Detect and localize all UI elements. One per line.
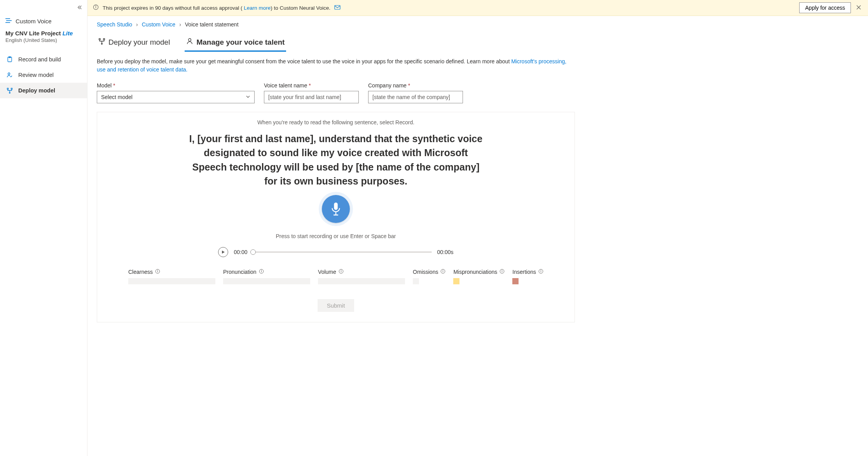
info-icon[interactable] xyxy=(259,269,264,275)
time-total: 00:00s xyxy=(437,249,454,255)
metric-mispronunciations: Mispronunciations xyxy=(453,269,505,284)
talent-label: Voice talent name * xyxy=(264,82,359,89)
talent-field: Voice talent name * xyxy=(264,82,359,103)
record-hint: Press to start recording or use Enter or… xyxy=(276,233,396,239)
svg-rect-16 xyxy=(103,38,105,40)
tabs: Deploy your model Manage your voice tale… xyxy=(97,35,859,52)
svg-point-17 xyxy=(101,43,103,44)
svg-point-34 xyxy=(502,270,502,270)
clipboard-icon xyxy=(7,56,14,63)
svg-rect-7 xyxy=(11,88,12,89)
sidebar: Custom Voice My CNV Lite Project Lite En… xyxy=(0,0,87,456)
seek-thumb[interactable] xyxy=(250,249,256,255)
notice-banner: This project expires in 90 days without … xyxy=(87,0,868,16)
sidebar-item-label: Record and build xyxy=(18,56,61,63)
svg-point-25 xyxy=(261,270,262,270)
metric-bar xyxy=(128,278,215,284)
model-placeholder: Select model xyxy=(101,94,133,100)
info-icon xyxy=(93,4,99,11)
banner-text: This project expires in 90 days without … xyxy=(103,5,330,11)
audio-player: 00:00 00:00s xyxy=(121,247,551,257)
info-icon[interactable] xyxy=(339,269,344,275)
svg-point-5 xyxy=(8,73,10,75)
sidebar-item-deploy[interactable]: Deploy model xyxy=(0,83,87,98)
person-check-icon xyxy=(7,72,14,78)
svg-point-31 xyxy=(443,270,443,270)
crumb-custom-voice[interactable]: Custom Voice xyxy=(142,21,175,28)
sidebar-item-review[interactable]: Review model xyxy=(0,67,87,83)
model-field: Model * Select model xyxy=(97,82,255,103)
record-button[interactable] xyxy=(322,195,350,223)
info-icon[interactable] xyxy=(538,269,543,275)
info-icon[interactable] xyxy=(440,269,445,275)
metrics-row: Clearness Pronunciation Volume Omissions xyxy=(121,269,551,284)
project-name: My CNV Lite Project xyxy=(5,30,61,37)
chevron-right-icon: › xyxy=(179,21,181,28)
recording-panel: When you're ready to read the following … xyxy=(97,112,575,322)
svg-point-18 xyxy=(189,38,191,41)
svg-point-37 xyxy=(541,270,541,270)
record-button-ring xyxy=(319,192,353,226)
svg-rect-15 xyxy=(99,38,100,40)
main: This project expires in 90 days without … xyxy=(87,0,868,456)
info-icon[interactable] xyxy=(499,269,505,275)
learn-more-link[interactable]: Learn more xyxy=(244,5,271,11)
app-label: Custom Voice xyxy=(16,18,52,24)
chevron-double-left-icon xyxy=(77,5,82,10)
mail-icon[interactable] xyxy=(334,5,341,11)
deploy-icon xyxy=(98,38,105,47)
metric-swatch xyxy=(512,278,519,284)
app-heading: Custom Voice xyxy=(0,14,87,26)
metric-volume: Volume xyxy=(318,269,405,284)
svg-point-28 xyxy=(341,270,341,270)
page-description: Before you deploy the model, make sure y… xyxy=(97,57,575,74)
sidebar-item-label: Review model xyxy=(18,72,54,78)
dismiss-banner[interactable] xyxy=(855,3,863,12)
company-input[interactable] xyxy=(368,91,463,103)
microphone-icon xyxy=(330,202,342,216)
submit-button[interactable]: Submit xyxy=(318,299,355,312)
play-icon xyxy=(221,250,225,254)
consent-statement: I, [your first and last name], understan… xyxy=(188,132,484,188)
tab-deploy-model[interactable]: Deploy your model xyxy=(97,35,171,52)
tab-label: Deploy your model xyxy=(108,38,170,47)
chevron-right-icon: › xyxy=(136,21,138,28)
metric-bar xyxy=(318,278,405,284)
crumb-current: Voice talent statement xyxy=(185,21,239,28)
play-button[interactable] xyxy=(218,247,228,257)
panel-hint: When you're ready to read the following … xyxy=(121,119,551,125)
sidebar-item-label: Deploy model xyxy=(18,87,55,94)
info-icon[interactable] xyxy=(155,269,160,275)
sidebar-item-record[interactable]: Record and build xyxy=(0,52,87,67)
project-block: My CNV Lite Project Lite English (United… xyxy=(0,26,87,43)
metric-swatch xyxy=(453,278,459,284)
company-field: Company name * xyxy=(368,82,463,103)
crumb-speech-studio[interactable]: Speech Studio xyxy=(97,21,132,28)
chevron-down-icon xyxy=(246,94,250,100)
metric-clearness: Clearness xyxy=(128,269,215,284)
breadcrumb: Speech Studio › Custom Voice › Voice tal… xyxy=(97,20,859,32)
metric-insertions: Insertions xyxy=(512,269,543,284)
metric-swatch xyxy=(413,278,419,284)
svg-rect-19 xyxy=(334,202,338,210)
svg-point-22 xyxy=(157,270,158,270)
model-select[interactable]: Select model xyxy=(97,91,255,103)
project-language: English (United States) xyxy=(5,37,82,43)
tab-label: Manage your voice talent xyxy=(196,38,285,47)
close-icon xyxy=(856,5,861,10)
time-current: 00:00 xyxy=(234,249,247,255)
sidebar-collapse[interactable] xyxy=(0,3,87,14)
seek-track[interactable] xyxy=(253,251,432,253)
company-label: Company name * xyxy=(368,82,463,89)
tab-manage-talent[interactable]: Manage your voice talent xyxy=(185,35,286,52)
svg-rect-6 xyxy=(7,88,9,89)
person-icon xyxy=(186,38,193,47)
voice-talent-input[interactable] xyxy=(264,91,359,103)
deploy-icon xyxy=(7,87,14,94)
svg-point-8 xyxy=(9,92,10,94)
metric-omissions: Omissions xyxy=(413,269,445,284)
apply-access-button[interactable]: Apply for access xyxy=(799,2,851,13)
metric-pronunciation: Pronunciation xyxy=(223,269,310,284)
svg-point-11 xyxy=(96,6,96,6)
model-label: Model * xyxy=(97,82,255,89)
